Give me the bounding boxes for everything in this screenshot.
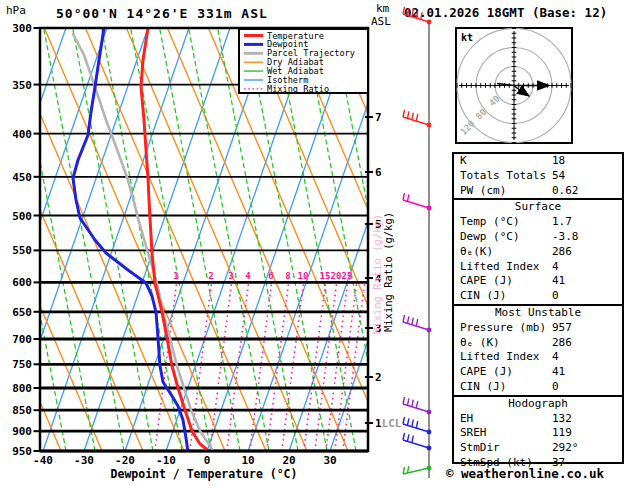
- table-row-value: 292°: [552, 441, 579, 456]
- table-row-label: Lifted Index: [460, 260, 539, 275]
- mixing-ratio-value: 1: [173, 271, 178, 281]
- sounding-page: hPa 50°00'N 14°26'E 331m ASL km ASL 02.0…: [0, 0, 629, 486]
- table-row-value: -3.8: [552, 230, 579, 245]
- table-row: Lifted Index4: [454, 350, 622, 365]
- table-row: CIN (J)0: [454, 380, 622, 395]
- table-row-value: 0.62: [552, 184, 579, 199]
- table-row: Pressure (mb)957: [454, 321, 622, 336]
- temperature-tick-label: -40: [33, 454, 53, 467]
- pressure-tick-label: 400: [12, 128, 32, 141]
- pressure-tick-label: 500: [12, 210, 32, 223]
- table-row: SREH119: [454, 426, 622, 441]
- pressure-tick-label: 300: [12, 22, 32, 35]
- table-row: CAPE (J)41: [454, 365, 622, 380]
- x-axis-title: Dewpoint / Temperature (°C): [111, 467, 298, 481]
- mixing-ratio-value: 10: [298, 271, 309, 281]
- wind-barb: [403, 193, 431, 210]
- table-row-value: 119: [552, 426, 572, 441]
- table-row-label: CAPE (J): [460, 274, 513, 289]
- km-tick-label: 7: [375, 111, 382, 124]
- table-row-label: θₑ (K): [460, 336, 500, 351]
- table-row: Lifted Index4: [454, 260, 622, 275]
- pressure-tick-label: 700: [12, 333, 32, 346]
- table-row-label: SREH: [460, 426, 487, 441]
- table-section: Most UnstablePressure (mb)957θₑ (K)286Li…: [454, 304, 622, 395]
- table-row-label: Totals Totals: [460, 169, 546, 184]
- table-row-value: 0: [552, 289, 559, 304]
- pressure-tick-label: 650: [12, 306, 32, 319]
- table-row: Totals Totals54: [454, 169, 622, 184]
- mixing-ratio-value: 3: [228, 271, 233, 281]
- mixing-ratio-labels: 12346810152025: [173, 271, 352, 281]
- table-section-header: Most Unstable: [454, 306, 622, 321]
- table-row-label: StmDir: [460, 441, 500, 456]
- pressure-tick-label: 550: [12, 244, 32, 257]
- table-section: K18Totals Totals54PW (cm)0.62: [454, 154, 622, 198]
- table-row-label: CIN (J): [460, 380, 506, 395]
- table-row-value: 4: [552, 260, 559, 275]
- mixing-ratio-value: 25: [342, 271, 353, 281]
- table-row-value: 132: [552, 412, 572, 427]
- table-row: CIN (J)0: [454, 289, 622, 304]
- table-row-value: 1.7: [552, 215, 572, 230]
- pressure-tick-label: 900: [12, 425, 32, 438]
- table-section: SurfaceTemp (°C)1.7Dewp (°C)-3.8θₑ(K)286…: [454, 198, 622, 304]
- table-row: Dewp (°C)-3.8: [454, 230, 622, 245]
- legend: TemperatureDewpointParcel TrajectoryDry …: [239, 29, 368, 94]
- table-row-label: Lifted Index: [460, 350, 539, 365]
- temperature-tick-label: -10: [156, 454, 176, 467]
- pressure-tick-label: 350: [12, 79, 32, 92]
- pressure-tick-label: 750: [12, 358, 32, 371]
- pressure-tick-label: 950: [12, 445, 32, 458]
- temperature-tick-label: 20: [282, 454, 295, 467]
- wind-barb: [403, 417, 431, 434]
- table-section-header: Surface: [454, 200, 622, 215]
- mixing-ratio-lines: [155, 282, 365, 451]
- table-row-label: CAPE (J): [460, 365, 513, 380]
- wind-barb: [403, 397, 431, 414]
- mixing-ratio-value: 20: [331, 271, 342, 281]
- mixing-axis-label: Mixing Ratio (g/kg): [382, 212, 394, 332]
- wind-barb: [403, 433, 431, 450]
- mixing-ratio-value: 4: [245, 271, 251, 281]
- temperature-tick-label: 0: [204, 454, 211, 467]
- table-row-value: 41: [552, 274, 565, 289]
- mixing-ratio-value: 8: [285, 271, 290, 281]
- table-row-value: 54: [552, 169, 565, 184]
- temperature-tick-label: 10: [241, 454, 254, 467]
- wind-barb: [403, 315, 431, 332]
- wind-barb: [403, 7, 431, 24]
- table-row-label: K: [460, 154, 467, 169]
- km-tick-label: 6: [375, 166, 382, 179]
- table-row-value: 41: [552, 365, 565, 380]
- wind-barb: [403, 110, 431, 127]
- wind-barb-column: [403, 7, 431, 478]
- table-row-label: CIN (J): [460, 289, 506, 304]
- mixing-ratio-value: 15: [320, 271, 331, 281]
- hodograph-unit-label: kt: [461, 32, 473, 43]
- table-row-label: PW (cm): [460, 184, 506, 199]
- table-row-label: EH: [460, 412, 473, 427]
- pressure-tick-label: 600: [12, 276, 32, 289]
- table-section-header: Hodograph: [454, 397, 622, 412]
- table-row-value: 18: [552, 154, 565, 169]
- temperature-tick-label: 30: [323, 454, 336, 467]
- table-row-value: 4: [552, 350, 559, 365]
- pressure-tick-label: 800: [12, 382, 32, 395]
- temperature-tick-label: -30: [74, 454, 94, 467]
- table-row: StmDir292°: [454, 441, 622, 456]
- km-tick-label: 1LCL: [375, 417, 402, 430]
- km-tick-label: 2: [375, 371, 382, 384]
- mixing-ratio-value: 2: [208, 271, 213, 281]
- table-row: Temp (°C)1.7: [454, 215, 622, 230]
- table-row-value: 286: [552, 245, 572, 260]
- mixing-ratio-value: 6: [268, 271, 273, 281]
- legend-label: Mixing Ratio: [267, 84, 329, 94]
- wind-barb: [403, 466, 431, 474]
- table-row-label: θₑ(K): [460, 245, 493, 260]
- hodograph: 4080120kt: [456, 28, 572, 143]
- table-row: CAPE (J)41: [454, 274, 622, 289]
- table-row-label: Pressure (mb): [460, 321, 546, 336]
- pressure-tick-label: 450: [12, 171, 32, 184]
- table-row: EH132: [454, 412, 622, 427]
